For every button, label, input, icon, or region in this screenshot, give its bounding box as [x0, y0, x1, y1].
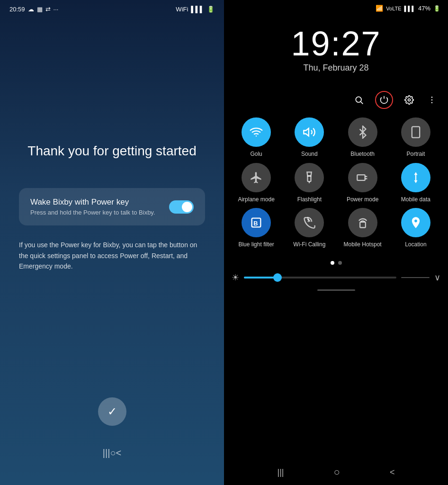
bixby-card-text: Wake Bixby with Power key Press and hold… [30, 198, 155, 216]
power-key-description: If you use the Power key for Bixby, you … [19, 240, 205, 271]
clock-time: 19:27 [291, 24, 381, 63]
wifi-icon: 📶 [376, 5, 383, 12]
page-indicator [224, 253, 448, 269]
check-button[interactable]: ✓ [98, 397, 126, 426]
bixby-toggle[interactable] [169, 200, 194, 214]
flashlight-icon [295, 163, 324, 192]
home-button-right[interactable]: ○ [334, 466, 340, 478]
brightness-track[interactable] [244, 277, 396, 278]
brightness-chevron[interactable]: ∨ [434, 272, 440, 283]
tile-airplane[interactable]: Airplane mode [232, 163, 281, 204]
tile-golu[interactable]: Golu [232, 117, 281, 158]
battery-icon: 🔋 [207, 6, 215, 13]
bixby-card-title: Wake Bixby with Power key [30, 198, 155, 207]
sound-label: Sound [301, 151, 318, 158]
quick-settings-header [224, 87, 448, 113]
signal-bars-icon: ▌▌▌ [191, 6, 204, 13]
tile-flashlight[interactable]: Flashlight [285, 163, 334, 204]
check-icon: ✓ [108, 405, 117, 418]
brightness-fill [244, 277, 278, 278]
right-nav-bar: ||| ○ < [224, 459, 448, 485]
battery-icon: 🔋 [433, 5, 440, 12]
search-button[interactable] [352, 93, 366, 107]
mobile-data-label: Mobile data [401, 196, 430, 204]
bixby-card-subtitle: Press and hold the Power key to talk to … [30, 209, 155, 216]
tile-power-mode[interactable]: Power mode [338, 163, 387, 204]
quick-settings-grid: Golu Sound Bluetooth Portrait Airplane [224, 113, 448, 253]
svg-point-4 [431, 99, 433, 101]
back-button[interactable]: < [116, 448, 122, 458]
brightness-thumb [273, 273, 282, 282]
clock-area: 19:27 Thu, February 28 [224, 15, 448, 87]
location-label: Location [405, 241, 426, 249]
tile-sound[interactable]: Sound [285, 117, 334, 158]
power-mode-icon [348, 163, 377, 192]
left-status-bar: 20:59 ☁ ▦ ⇄ ··· WiFi ▌▌▌ 🔋 [0, 0, 224, 17]
portrait-label: Portrait [407, 151, 425, 158]
tile-mobile-data[interactable]: Mobile data [391, 163, 440, 204]
page-dot-2 [338, 261, 342, 265]
golu-label: Golu [250, 151, 262, 158]
sync-icon: ⇄ [45, 6, 51, 13]
blue-light-icon: B [242, 208, 271, 237]
left-bottom: ✓ ||| ○ < [74, 397, 150, 485]
location-icon [401, 208, 430, 237]
tile-portrait[interactable]: Portrait [391, 117, 440, 158]
right-status-bar: 📶 VoLTE ▌▌▌ 47% 🔋 [224, 0, 448, 15]
left-panel: 20:59 ☁ ▦ ⇄ ··· WiFi ▌▌▌ 🔋 Thank you for… [0, 0, 224, 485]
left-status-time: 20:59 ☁ ▦ ⇄ ··· [9, 6, 58, 13]
power-mode-label: Power mode [347, 196, 378, 204]
svg-point-3 [431, 97, 433, 98]
svg-text:B: B [253, 220, 258, 227]
page-dot-1 [331, 261, 334, 265]
recent-apps-button[interactable]: ||| [103, 448, 110, 458]
power-button[interactable] [375, 91, 393, 109]
airplane-icon [242, 163, 271, 192]
svg-rect-11 [357, 175, 365, 180]
bottom-handle [317, 289, 355, 291]
bluetooth-label: Bluetooth [350, 151, 375, 158]
more-icon: ··· [54, 6, 59, 13]
svg-point-2 [408, 99, 411, 101]
brightness-right-line [401, 277, 430, 278]
hotspot-icon [348, 208, 377, 237]
svg-point-0 [356, 97, 361, 102]
tile-location[interactable]: Location [391, 208, 440, 249]
clock-date: Thu, February 28 [303, 63, 368, 73]
more-button[interactable] [425, 93, 439, 107]
right-panel: 📶 VoLTE ▌▌▌ 47% 🔋 19:27 Thu, February 28 [224, 0, 448, 485]
svg-line-1 [361, 102, 363, 104]
signal-icon: ▌▌▌ [404, 6, 415, 11]
blue-light-label: Blue light filter [238, 241, 274, 249]
cloud-icon: ☁ [28, 6, 34, 13]
tile-bluetooth[interactable]: Bluetooth [338, 117, 387, 158]
svg-point-5 [431, 102, 433, 104]
svg-marker-6 [304, 128, 309, 136]
back-button-right[interactable]: < [390, 467, 395, 477]
svg-rect-17 [360, 222, 366, 228]
bixby-card: Wake Bixby with Power key Press and hold… [19, 188, 205, 225]
settings-button[interactable] [403, 93, 416, 107]
airplane-label: Airplane mode [238, 196, 274, 204]
svg-rect-9 [308, 176, 311, 181]
network-icon: VoLTE [386, 6, 401, 11]
home-button[interactable]: ○ [110, 448, 116, 458]
left-nav-bar: ||| ○ < [74, 440, 150, 466]
golu-icon [242, 117, 271, 147]
brightness-icon: ☀ [232, 272, 239, 283]
flashlight-label: Flashlight [297, 196, 322, 204]
tile-wifi-calling[interactable]: Wi-Fi Calling [285, 208, 334, 249]
portrait-icon [401, 117, 430, 147]
wifi-signal-icon: WiFi [176, 6, 188, 13]
wifi-calling-icon [295, 208, 324, 237]
left-main-content: Thank you for getting started Wake Bixby… [0, 17, 224, 397]
recent-apps-button-right[interactable]: ||| [278, 467, 284, 477]
bluetooth-icon [348, 117, 377, 147]
sound-icon [295, 117, 324, 147]
left-status-icons: WiFi ▌▌▌ 🔋 [176, 6, 215, 13]
wifi-calling-label: Wi-Fi Calling [293, 241, 325, 249]
mobile-data-icon [401, 163, 430, 192]
tile-hotspot[interactable]: Mobile Hotspot [338, 208, 387, 249]
tile-blue-light[interactable]: B Blue light filter [232, 208, 281, 249]
welcome-title: Thank you for getting started [27, 143, 196, 160]
